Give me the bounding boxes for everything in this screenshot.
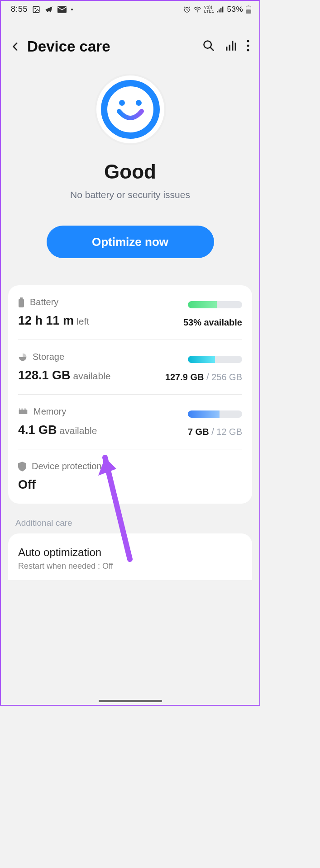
svg-rect-13 — [226, 47, 227, 51]
status-right: Vo))LTE1 53% — [183, 5, 251, 14]
signal-icon — [217, 6, 224, 13]
auto-optimization-row[interactable]: Auto optimization Restart when needed : … — [8, 533, 252, 580]
protection-value: Off — [18, 478, 36, 492]
chevron-left-icon — [10, 41, 21, 52]
svg-point-18 — [247, 45, 249, 47]
optimize-button[interactable]: Optimize now — [47, 226, 214, 258]
additional-care-header: Additional care — [15, 518, 259, 528]
shield-icon — [18, 462, 26, 472]
status-subtitle: No battery or security issues — [70, 189, 190, 200]
chart-button[interactable] — [225, 40, 237, 53]
status-bar: 8:55 Vo))LTE1 53% — [1, 1, 259, 18]
more-notifications-dot — [71, 9, 73, 10]
storage-bar — [188, 356, 242, 363]
memory-stat: 7 GB / 12 GB — [188, 427, 242, 437]
protection-row[interactable]: Device protection Off — [18, 449, 242, 504]
svg-rect-5 — [217, 11, 218, 12]
svg-rect-15 — [232, 41, 233, 51]
svg-point-4 — [197, 11, 198, 12]
memory-value: 4.1 GB — [18, 423, 57, 437]
mail-icon — [57, 6, 67, 13]
svg-rect-21 — [20, 297, 23, 299]
svg-rect-22 — [19, 409, 28, 414]
battery-suffix: left — [76, 316, 89, 327]
memory-suffix: available — [60, 425, 97, 436]
svg-rect-7 — [220, 8, 221, 12]
battery-icon — [246, 5, 251, 14]
auto-opt-sub: Restart when needed : Off — [18, 561, 242, 571]
home-indicator[interactable] — [99, 700, 162, 702]
svg-rect-20 — [19, 299, 24, 307]
status-smiley-icon — [96, 75, 164, 143]
battery-percent: 53% — [227, 5, 243, 14]
storage-value: 128.1 GB — [18, 368, 71, 382]
storage-icon — [18, 353, 27, 362]
telegram-icon — [45, 5, 53, 14]
battery-label: Battery — [30, 297, 58, 307]
more-button[interactable] — [247, 40, 249, 53]
header-actions — [202, 39, 254, 54]
memory-bar — [188, 410, 242, 418]
svg-point-19 — [247, 49, 249, 52]
wifi-icon — [193, 6, 201, 13]
svg-rect-8 — [222, 6, 223, 12]
svg-rect-14 — [229, 45, 230, 51]
svg-rect-0 — [33, 6, 39, 13]
svg-point-17 — [247, 40, 249, 42]
device-status-hero: Good No battery or security issues Optim… — [1, 65, 259, 276]
search-button[interactable] — [202, 39, 215, 54]
page-title: Device care — [27, 38, 202, 55]
app-header: Device care — [1, 18, 259, 65]
volte-label: Vo))LTE1 — [204, 5, 215, 14]
storage-row[interactable]: Storage 128.1 GB available 127.9 GB / 25… — [18, 340, 242, 395]
battery-stat: 53% available — [183, 317, 242, 328]
status-label: Good — [104, 160, 156, 183]
bar-chart-icon — [225, 40, 237, 52]
svg-point-1 — [34, 8, 36, 9]
status-left: 8:55 — [11, 5, 73, 14]
battery-row[interactable]: Battery 12 h 11 m left 53% available — [18, 285, 242, 340]
storage-suffix: available — [73, 371, 111, 382]
storage-label: Storage — [33, 352, 64, 362]
back-button[interactable] — [6, 38, 24, 56]
image-icon — [32, 5, 40, 14]
battery-value: 12 h 11 m — [18, 314, 74, 328]
search-icon — [202, 39, 215, 52]
svg-rect-6 — [219, 9, 220, 12]
protection-label: Device protection — [32, 461, 102, 472]
svg-rect-10 — [246, 9, 251, 14]
more-vert-icon — [247, 40, 249, 52]
clock: 8:55 — [11, 5, 28, 14]
memory-row[interactable]: Memory 4.1 GB available 7 GB / 12 GB — [18, 395, 242, 449]
stats-card: Battery 12 h 11 m left 53% available Sto… — [8, 285, 252, 504]
svg-rect-16 — [235, 43, 236, 51]
svg-rect-11 — [248, 5, 249, 6]
memory-icon — [18, 408, 28, 415]
alarm-icon — [183, 6, 191, 13]
memory-label: Memory — [33, 406, 66, 417]
battery-bar — [188, 301, 242, 308]
storage-stat: 127.9 GB / 256 GB — [165, 372, 242, 382]
auto-opt-title: Auto optimization — [18, 546, 242, 559]
battery-icon — [18, 297, 24, 307]
